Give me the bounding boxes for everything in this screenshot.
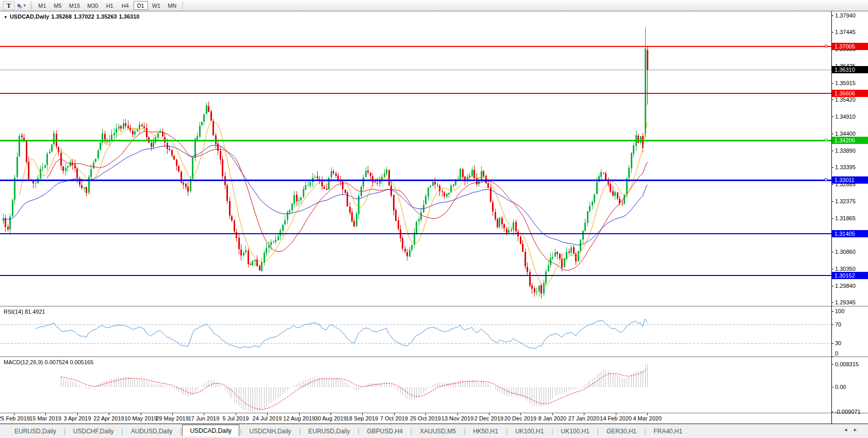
timeframe-button-mn[interactable]: MN bbox=[165, 1, 179, 10]
price-tick-label: 1.32375 bbox=[835, 198, 867, 204]
ohlc-close: 1.36310 bbox=[119, 13, 140, 20]
rsi-tick-label: 30 bbox=[835, 340, 867, 346]
price-tag-hline: 1.35606 bbox=[832, 90, 868, 97]
price-tick-label: 1.35915 bbox=[835, 80, 867, 86]
price-tick-mark bbox=[831, 15, 833, 16]
price-tick-label: 1.37445 bbox=[835, 29, 867, 35]
hline-drag-handle[interactable] bbox=[825, 139, 827, 141]
price-tick-mark bbox=[831, 83, 833, 84]
price-tick-mark bbox=[831, 100, 833, 100]
timeframe-button-m30[interactable]: M30 bbox=[84, 1, 101, 10]
price-tick-label: 1.34400 bbox=[835, 131, 867, 137]
mt4-terminal-window: T ◆ ◆ ▾ M1M5M15M30H1H4D1W1MN ▼USDCAD,Dai… bbox=[0, 0, 868, 438]
price-tick-label: 1.30350 bbox=[835, 266, 867, 272]
macd-tick-mark bbox=[831, 412, 833, 412]
price-tick-mark bbox=[831, 134, 833, 134]
price-tick-mark bbox=[831, 286, 833, 286]
chart-symbol-label: USDCAD,Daily bbox=[10, 13, 49, 20]
macd-tick-mark bbox=[831, 387, 833, 387]
rsi-tick-mark bbox=[831, 311, 833, 312]
price-tick-mark bbox=[831, 32, 833, 33]
rsi-label: RSI(14) 81.4921 bbox=[4, 309, 45, 315]
timeframe-button-h4[interactable]: H4 bbox=[118, 1, 133, 10]
price-tag-hline: 1.31405 bbox=[832, 230, 868, 237]
rsi-tick-mark bbox=[831, 343, 833, 344]
price-tick-mark bbox=[831, 151, 833, 151]
price-tick-mark bbox=[831, 167, 833, 168]
price-tick-mark bbox=[831, 117, 833, 117]
timeframe-button-m15[interactable]: M15 bbox=[66, 1, 83, 10]
tab-xauusd-m5[interactable]: XAUUSD,M5 bbox=[413, 426, 463, 436]
price-tick-label: 1.33395 bbox=[835, 164, 867, 170]
tab-uk100-h1[interactable]: UK100,H1 bbox=[553, 426, 596, 436]
tab-usdchf-daily[interactable]: USDCHF,Daily bbox=[66, 426, 121, 436]
price-tick-label: 1.37940 bbox=[835, 12, 867, 19]
macd-bottom-border bbox=[0, 413, 868, 413]
price-tick-label: 1.33890 bbox=[835, 148, 867, 154]
timeframe-button-group: M1M5M15M30H1H4D1W1MN bbox=[35, 1, 181, 10]
price-chart-canvas[interactable] bbox=[0, 11, 831, 306]
tab-usdcnh-daily[interactable]: USDCNH,Daily bbox=[242, 426, 298, 436]
tab-hk50-h1[interactable]: HK50,H1 bbox=[466, 426, 505, 436]
toolbar-grip[interactable] bbox=[30, 2, 32, 9]
price-tick-mark bbox=[831, 218, 833, 219]
tab-ger30-h1[interactable]: GER30,H1 bbox=[599, 426, 644, 436]
rsi-tick-label: 70 bbox=[835, 321, 867, 328]
rsi-indicator-canvas[interactable] bbox=[0, 307, 831, 356]
layout-icon-shadow: ◆ bbox=[19, 5, 22, 9]
tab-fra40-h1[interactable]: FRA40,H1 bbox=[646, 426, 690, 436]
timeframe-button-d1[interactable]: D1 bbox=[134, 1, 148, 10]
rsi-tick-mark bbox=[831, 356, 833, 357]
price-tag-hline: 1.33011 bbox=[832, 176, 868, 184]
timeframe-button-h1[interactable]: H1 bbox=[103, 1, 117, 10]
price-tick-label: 1.30860 bbox=[835, 249, 867, 255]
window-layout-button[interactable]: ◆ ◆ ▾ bbox=[15, 1, 27, 10]
price-tag-hline: 1.30152 bbox=[832, 272, 868, 279]
current-price-tag: 1.36310 bbox=[832, 66, 868, 73]
price-tick-mark bbox=[831, 184, 833, 185]
price-tick-label: 1.31865 bbox=[835, 215, 867, 221]
hline-drag-handle[interactable] bbox=[825, 179, 827, 181]
price-tick-mark bbox=[831, 302, 833, 303]
price-tick-label: 1.34910 bbox=[835, 113, 867, 120]
tab-eurusd-daily[interactable]: EURUSD,Daily bbox=[7, 426, 63, 436]
price-tag-hline: 1.37005 bbox=[832, 43, 868, 50]
tab-audusd-daily[interactable]: AUDUSD,Daily bbox=[124, 426, 180, 436]
price-tag-hline: 1.34206 bbox=[832, 137, 868, 144]
price-tick-mark bbox=[831, 269, 833, 269]
macd-label: MACD(12,26,9) 0.007524 0.005165 bbox=[4, 359, 93, 365]
chart-title[interactable]: ▼USDCAD,Daily1.352681.370221.352631.3631… bbox=[4, 13, 141, 20]
hline-drag-handle[interactable] bbox=[825, 45, 827, 47]
tab-scroll-left-icon[interactable]: ◄ bbox=[843, 427, 853, 432]
price-tick-mark bbox=[831, 201, 833, 202]
ohlc-low: 1.35263 bbox=[96, 13, 117, 20]
tab-scroll-right-icon[interactable]: ► bbox=[853, 427, 863, 432]
macd-indicator-canvas[interactable] bbox=[0, 358, 831, 413]
tab-eurusd-daily[interactable]: EURUSD,Daily bbox=[301, 426, 357, 436]
top-toolbar: T ◆ ◆ ▾ M1M5M15M30H1H4D1W1MN bbox=[0, 0, 868, 11]
price-tick-mark bbox=[831, 252, 833, 252]
timeframe-button-m1[interactable]: M1 bbox=[35, 1, 50, 10]
chart-tab-bar: EURUSD,Daily|USDCHF,Daily|AUDUSD,Daily|U… bbox=[0, 424, 868, 438]
text-tool-button[interactable]: T bbox=[3, 1, 14, 10]
rsi-tick-mark bbox=[831, 325, 833, 325]
caret-down-icon: ▾ bbox=[24, 3, 26, 8]
ohlc-open: 1.35268 bbox=[51, 13, 72, 20]
price-tick-label: 1.29345 bbox=[835, 299, 867, 305]
tab-gbpusd-h4[interactable]: GBPUSD,H4 bbox=[360, 426, 410, 436]
ohlc-high: 1.37022 bbox=[74, 13, 94, 20]
macd-tick-label: 0.00 bbox=[835, 384, 867, 390]
chart-dropdown-icon: ▼ bbox=[4, 15, 8, 20]
tab-uk100-h1[interactable]: UK100,H1 bbox=[508, 426, 551, 436]
price-tick-label: 1.29840 bbox=[835, 283, 867, 289]
rsi-tick-label: 100 bbox=[835, 308, 867, 314]
macd-tick-label: -0.009071 bbox=[835, 409, 867, 415]
tab-scroll-arrows: ◄► bbox=[843, 427, 863, 432]
macd-tick-label: 0.008315 bbox=[835, 361, 867, 367]
timeframe-button-m5[interactable]: M5 bbox=[51, 1, 65, 10]
timeframe-button-w1[interactable]: W1 bbox=[149, 1, 164, 10]
toolbar-separator bbox=[183, 2, 183, 9]
tab-usdcad-daily[interactable]: USDCAD,Daily bbox=[182, 425, 239, 436]
date-label: 4 Mar 2020 bbox=[626, 415, 669, 421]
rsi-tick-label: 0 bbox=[835, 350, 867, 356]
